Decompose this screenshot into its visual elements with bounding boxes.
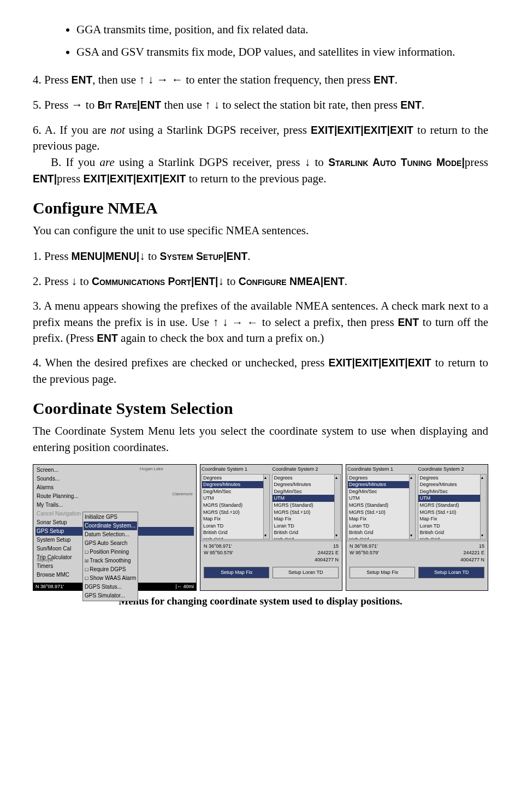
- cs-opt[interactable]: Map Fix: [418, 515, 486, 523]
- cs2-list[interactable]: Degrees Degrees/Minutes Deg/Min/Sec UTM …: [418, 474, 487, 540]
- heading-configure-nmea: Configure NMEA: [33, 197, 488, 220]
- cs-opt[interactable]: Deg/Min/Sec: [418, 488, 486, 495]
- configure-step-2: 2. Press ↓ to Communications Port|ENT|↓ …: [33, 273, 488, 289]
- map-label: Hogan Lake: [140, 466, 163, 472]
- figure-row: Hogan Lake Screen... Sounds... Alarms Ro…: [33, 464, 488, 591]
- cs-opt[interactable]: UTM: [348, 495, 416, 502]
- cs-opt[interactable]: British Grid: [418, 529, 486, 536]
- cs-opt[interactable]: Degrees/Minutes: [273, 481, 340, 488]
- coord-readout: N 36°08.971'15 W 95°50.579'244221 E 4004…: [200, 541, 342, 565]
- cs-opt[interactable]: MGRS (Std.+10): [202, 509, 270, 516]
- cs1-list[interactable]: Degrees Degrees/Minutes Deg/Min/Sec UTM …: [202, 474, 270, 540]
- step-5: 5. Press → to Bit Rate|ENT then use ↑ ↓ …: [33, 97, 488, 113]
- cs-opt[interactable]: Degrees: [202, 475, 270, 482]
- menu-sounds[interactable]: Sounds...: [35, 475, 194, 483]
- sub-init-gps[interactable]: Initialize GPS: [84, 513, 137, 521]
- cs-opt[interactable]: British Grid: [273, 529, 340, 536]
- setup-map-fix-button[interactable]: Setup Map Fix: [350, 567, 416, 578]
- coord-readout: N 36°08.971'15 W 95°50.579'244221 E 4004…: [346, 541, 488, 565]
- coord-intro: The Coordinate System Menu lets you sele…: [33, 423, 488, 455]
- cs-opt[interactable]: MGRS (Std.+10): [273, 509, 340, 516]
- cs-opt[interactable]: Irish Grid: [273, 536, 340, 540]
- setup-map-fix-button[interactable]: Setup Map Fix: [204, 567, 270, 578]
- cs2-list[interactable]: Degrees Degrees/Minutes Deg/Min/Sec UTM …: [272, 474, 341, 540]
- coord-screenshot-right: Coordinate System 1 Degrees Degrees/Minu…: [346, 464, 488, 591]
- coord-screenshot-mid: Coordinate System 1 Degrees Degrees/Minu…: [200, 464, 342, 591]
- sub-datum[interactable]: Datum Selection...: [84, 530, 137, 539]
- status-scale: |↔ 40mi: [176, 583, 194, 590]
- sub-gps-sim[interactable]: GPS Simulator...: [84, 591, 137, 600]
- cs-opt[interactable]: MGRS (Std.+10): [418, 509, 486, 516]
- cs-opt[interactable]: British Grid: [348, 529, 416, 536]
- cs-opt[interactable]: Loran TD: [202, 523, 270, 530]
- cs-opt[interactable]: MGRS (Standard): [202, 502, 270, 509]
- cs-opt[interactable]: Deg/Min/Sec: [202, 488, 270, 495]
- bullet-list: GGA transmits time, position, and fix re…: [33, 22, 488, 61]
- cs-opt[interactable]: MGRS (Standard): [273, 502, 340, 509]
- cs-opt-selected[interactable]: Degrees/Minutes: [348, 481, 416, 488]
- cs-opt-selected[interactable]: UTM: [418, 495, 486, 502]
- step-6b: B. If you are using a Starlink DGPS rece…: [33, 154, 488, 187]
- cs-opt[interactable]: Deg/Min/Sec: [273, 488, 340, 495]
- configure-intro: You can configure the unit to use specif…: [33, 223, 488, 239]
- sub-pos-pinning[interactable]: ☐ Position Pinning: [84, 548, 137, 556]
- cs-opt[interactable]: UTM: [202, 495, 270, 502]
- cs-opt[interactable]: Degrees: [418, 475, 486, 482]
- cs-opt[interactable]: Loran TD: [418, 523, 486, 530]
- cs-opt[interactable]: MGRS (Std.+10): [348, 509, 416, 516]
- scrollbar[interactable]: [480, 475, 486, 539]
- scrollbar[interactable]: [409, 475, 415, 539]
- cs-opt[interactable]: Deg/Min/Sec: [348, 488, 416, 495]
- cs-opt[interactable]: Degrees: [273, 475, 340, 482]
- cs-opt[interactable]: Map Fix: [273, 515, 340, 523]
- cs-opt[interactable]: Loran TD: [348, 523, 416, 530]
- cs2-title: Coordinate System 2: [272, 466, 341, 473]
- bullet-gsa-gsv: GSA and GSV transmits fix mode, DOP valu…: [76, 44, 488, 60]
- cs-opt[interactable]: Degrees/Minutes: [418, 481, 486, 488]
- menu-my-trails[interactable]: My Trails...: [35, 501, 194, 509]
- cs-opt-selected[interactable]: UTM: [273, 495, 340, 502]
- sub-dgps-status[interactable]: DGPS Status...: [84, 583, 137, 591]
- sub-waas-alarm[interactable]: ☐ Show WAAS Alarm: [84, 574, 137, 583]
- configure-step-3: 3. A menu appears showing the prefixes o…: [33, 298, 488, 346]
- cs-opt[interactable]: Irish Grid: [348, 536, 416, 540]
- cs-opt[interactable]: Irish Grid: [418, 536, 486, 540]
- menu-screenshot-left: Hogan Lake Screen... Sounds... Alarms Ro…: [33, 464, 197, 591]
- cs-opt[interactable]: MGRS (Standard): [418, 502, 486, 509]
- bullet-gga: GGA transmits time, position, and fix re…: [76, 22, 488, 38]
- sub-coord-system[interactable]: Coordinate System...: [84, 521, 137, 530]
- map-label: Sapulpa: [37, 557, 52, 563]
- sub-auto-search[interactable]: GPS Auto Search: [84, 539, 137, 548]
- cs-opt[interactable]: Map Fix: [348, 515, 416, 523]
- menu-alarms[interactable]: Alarms: [35, 483, 194, 492]
- cs-opt[interactable]: Loran TD: [273, 523, 340, 530]
- cs1-title: Coordinate System 1: [347, 466, 416, 473]
- cs-opt-selected[interactable]: Degrees/Minutes: [202, 481, 270, 488]
- setup-loran-td-button[interactable]: Setup Loran TD: [418, 567, 484, 578]
- cs-opt[interactable]: Degrees: [348, 475, 416, 482]
- cs-opt[interactable]: MGRS (Standard): [348, 502, 416, 509]
- step-4: 4. Press ENT, then use ↑ ↓ → ← to enter …: [33, 72, 488, 88]
- cs1-list[interactable]: Degrees Degrees/Minutes Deg/Min/Sec UTM …: [347, 474, 416, 540]
- scrollbar[interactable]: [263, 475, 269, 539]
- configure-step-1: 1. Press MENU|MENU|↓ to System Setup|ENT…: [33, 248, 488, 264]
- scrollbar[interactable]: [334, 475, 340, 539]
- setup-loran-td-button[interactable]: Setup Loran TD: [273, 567, 339, 578]
- status-lat: N 36°08.971': [35, 583, 64, 590]
- configure-step-4: 4. When the desired prefixes are checked…: [33, 355, 488, 387]
- map-label: Claremore: [173, 491, 193, 497]
- menu-route-planning[interactable]: Route Planning...: [35, 492, 194, 501]
- heading-coord-system: Coordinate System Selection: [33, 397, 488, 420]
- cs-opt[interactable]: Irish Grid: [202, 536, 270, 540]
- sub-track-smooth[interactable]: ☒ Track Smoothing: [84, 556, 137, 565]
- gps-setup-submenu: Initialize GPS Coordinate System... Datu…: [82, 512, 138, 601]
- cs-opt[interactable]: Map Fix: [202, 515, 270, 523]
- cs1-title: Coordinate System 1: [202, 466, 270, 473]
- cs-opt[interactable]: British Grid: [202, 529, 270, 536]
- sub-require-dgps[interactable]: ☐ Require DGPS: [84, 565, 137, 574]
- menu-screen[interactable]: Screen...: [35, 466, 194, 475]
- cs2-title: Coordinate System 2: [418, 466, 487, 473]
- step-6a: 6. A. If you are not using a Starlink DG…: [33, 122, 488, 155]
